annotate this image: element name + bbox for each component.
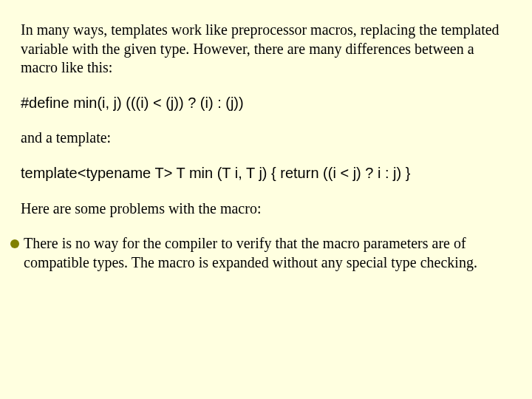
intro-paragraph: In many ways, templates work like prepro… bbox=[21, 21, 511, 78]
bullet-icon bbox=[10, 239, 19, 248]
and-template-label: and a template: bbox=[21, 129, 511, 148]
bullet-text: There is no way for the compiler to veri… bbox=[24, 234, 511, 272]
macro-code-line: #define min(i, j) (((i) < (j)) ? (i) : (… bbox=[21, 94, 511, 113]
problems-intro: Here are some problems with the macro: bbox=[21, 200, 511, 219]
template-code-line: template<typename T> T min (T i, T j) { … bbox=[21, 164, 511, 183]
bullet-item: There is no way for the compiler to veri… bbox=[10, 234, 511, 272]
slide-body: In many ways, templates work like prepro… bbox=[0, 0, 532, 399]
